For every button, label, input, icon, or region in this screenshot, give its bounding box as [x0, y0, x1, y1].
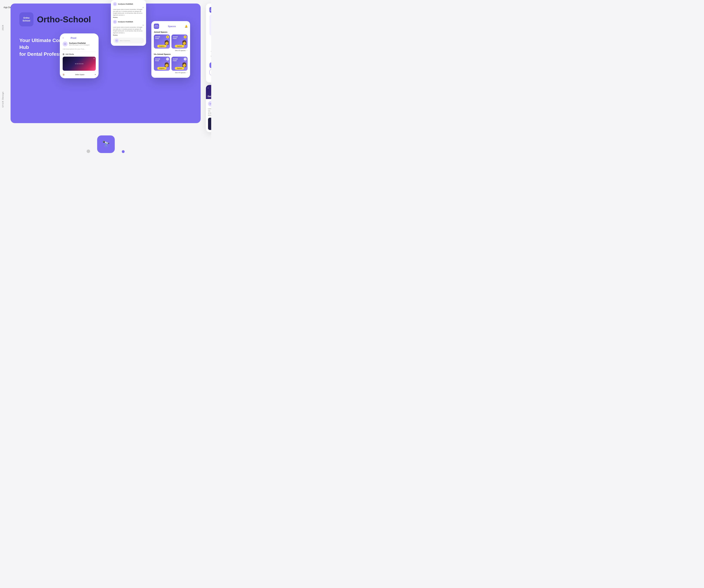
- post-user-title: Web Developer | UX UI Designer: [69, 44, 90, 46]
- post-preview-avatar: SK: [208, 101, 211, 107]
- phone-spaces: OrthoSchool Spaces 🔔 Joined Spaces Denta…: [152, 21, 190, 78]
- phone-comments: SK Soufyane Khalfallah ♡ 24 Lorem ipsum …: [111, 0, 146, 46]
- replay-label-2: Replay: [113, 34, 144, 36]
- explore-btn-2[interactable]: Explore: [175, 45, 184, 48]
- comment-avatar-2: SK: [113, 20, 117, 24]
- post-preview-header: ‹ 🔔 Dental Field Following ♥: [206, 85, 211, 99]
- space-card-heart-outline-1[interactable]: ♡: [166, 58, 169, 61]
- space-card-unjoined-2[interactable]: DentalField ♡ 👩 Explore: [171, 57, 188, 71]
- see-all-joined[interactable]: See All Spaces →: [154, 50, 188, 51]
- year-label: 2024: [2, 24, 4, 30]
- dental-person-2: 👩: [182, 40, 187, 45]
- spaces-logo-text: OrthoSchool: [154, 25, 158, 27]
- space-card-heart-filled-2[interactable]: ♥: [184, 36, 186, 38]
- chevron-down-icon: ▾: [95, 74, 96, 75]
- comment-text-2: Lorem ipsum dolor sit amet consectetur. …: [113, 26, 144, 34]
- post-preview-panel: ‹ 🔔 Dental Field Following ♥ SK Sou: [206, 85, 211, 132]
- select-space-icon: 🏠: [63, 74, 65, 75]
- bottom-section: 🔭: [0, 130, 211, 158]
- explore-btn-4[interactable]: Explore: [175, 67, 184, 70]
- phone-top-bar: ‹ Post: [63, 36, 96, 40]
- comment-avatar-1: SK: [113, 2, 117, 6]
- heart-count-1: 24: [113, 7, 144, 8]
- joined-space-cards: DentalField ♥ 👩 Explore DentalField ♥ 👩 …: [154, 35, 188, 49]
- signup-button[interactable]: Sign-up: [210, 62, 211, 68]
- comment-user-row: SK Soufyane Khalfallah ♡: [113, 2, 144, 6]
- spaces-logo: OrthoSchool: [154, 23, 159, 29]
- post-description-placeholder[interactable]: Add Descriptions for your Post...: [63, 48, 96, 50]
- dental-person-3: 👩: [164, 62, 169, 67]
- post-preview-body: SK Soufyane Khalfallah Web Developer | U…: [206, 99, 211, 132]
- space-card-label-4: DentalField: [173, 58, 178, 62]
- prev-arrow-icon[interactable]: ‹: [208, 86, 209, 89]
- logo-icon-text: OrthoSchool: [22, 16, 30, 22]
- spaces-screen-title: Spaces: [168, 25, 176, 27]
- welcome-panel: OrthoSchool: [206, 3, 211, 82]
- close-media-button[interactable]: ×: [94, 57, 95, 60]
- select-space-row[interactable]: 🏠 Select Space ▾: [63, 72, 96, 75]
- hero-section: OrthoSchool Ortho-School Your Ultimate C…: [11, 3, 200, 123]
- comment-user-name-1: Soufyane Khalfallah: [118, 3, 133, 5]
- comment-user-row-2: SK Soufyane Khalfallah ♡: [113, 20, 144, 24]
- add-comment-bar[interactable]: SK Add a Comment...: [113, 38, 144, 44]
- post-screen-title: Post: [71, 37, 76, 40]
- dental-person-4: 👩: [182, 62, 187, 67]
- post-preview-user-row: SK Soufyane Khalfallah Web Developer | U…: [208, 101, 211, 107]
- comment-item: SK Soufyane Khalfallah ♡ 24 Lorem ipsum …: [113, 2, 144, 18]
- add-media-row[interactable]: 🖼 Add Media: [63, 52, 96, 55]
- post-body-text: Lorem ipsum dolor sit amet consectetur. …: [208, 108, 211, 116]
- space-card-heart-outline-2[interactable]: ♡: [184, 58, 186, 61]
- app-icon-large[interactable]: 🔭: [97, 135, 115, 153]
- unjoined-spaces-label: Un-Joined Spaces: [154, 53, 188, 55]
- welcome-title: Welcome to Ortho-School: Connect with Yo…: [210, 38, 211, 47]
- explore-btn-3[interactable]: Explore: [157, 67, 167, 70]
- space-card-unjoined-1[interactable]: DentalField ♡ 👩 Explore: [154, 57, 170, 71]
- add-media-label: Add Media: [65, 53, 74, 55]
- post-user-avatar: SK: [63, 42, 68, 47]
- post-user-info: Soufyane Khalfallah Web Developer | UX U…: [69, 42, 90, 46]
- welcome-panel-header: OrthoSchool: [210, 7, 211, 13]
- field-label: Dental Field: [208, 95, 211, 97]
- media-image-preview: ×: [63, 57, 96, 71]
- post-image-thumbnail: [208, 118, 211, 130]
- back-arrow[interactable]: ‹: [63, 36, 64, 40]
- comment-item-2: SK Soufyane Khalfallah ♡ 24 Lorem ipsum …: [113, 20, 144, 36]
- unjoined-space-cards: DentalField ♡ 👩 Explore DentalField ♡ 👩 …: [154, 57, 188, 71]
- binoculars-icon: 🔭: [102, 140, 110, 148]
- signin-button[interactable]: Sign-in: [210, 69, 211, 75]
- dot-1: [86, 149, 90, 153]
- comment-heart-2: ♡: [143, 21, 144, 23]
- welcome-illustration: [210, 14, 211, 36]
- page-wrapper: App Design 2024 UI\UX Design OrthoSchool…: [0, 3, 211, 158]
- comment-text-1: Lorem ipsum dolor sit amet consectetur. …: [113, 9, 144, 16]
- phone-post: ‹ Post SK Soufyane Khalfallah Web Develo…: [60, 34, 99, 78]
- ui-ux-label: UI\UX Design: [2, 91, 4, 108]
- welcome-description: Join Ortho-School to connect with dentis…: [210, 48, 211, 60]
- post-user-name: Soufyane Khalfallah: [69, 42, 90, 44]
- space-card-heart-filled-1[interactable]: ♥: [166, 36, 169, 38]
- see-all-unjoined[interactable]: See All Spaces →: [154, 72, 188, 73]
- select-space-label: Select Space: [75, 74, 84, 75]
- dental-person-1: 👩: [164, 40, 169, 45]
- guest-link[interactable]: Visit as a Guest: [210, 77, 211, 79]
- welcome-logo-text: OrthoSchool: [210, 8, 211, 11]
- dot-accent: [122, 150, 125, 153]
- post-user-row: SK Soufyane Khalfallah Web Developer | U…: [63, 42, 96, 47]
- app-name: Ortho-School: [37, 15, 91, 24]
- app-logo: OrthoSchool: [19, 12, 34, 26]
- add-comment-placeholder: Add a Comment...: [120, 40, 131, 42]
- right-panels: OrthoSchool: [206, 3, 211, 132]
- comment-user-name-2: Soufyane Khalfallah: [118, 21, 133, 23]
- spaces-header: OrthoSchool Spaces 🔔: [154, 23, 188, 29]
- comment-heart-1: ♡: [143, 3, 144, 5]
- heart-count-2: 24: [113, 24, 144, 26]
- bell-icon: 🔔: [185, 25, 188, 27]
- space-card-label-2: DentalField: [173, 36, 178, 40]
- replay-label-1: Replay: [113, 16, 144, 18]
- comment-input-avatar: SK: [115, 39, 119, 43]
- space-card-joined-2[interactable]: DentalField ♥ 👩 Explore: [171, 35, 188, 49]
- space-card-label-1: DentalField: [155, 36, 160, 40]
- explore-btn-1[interactable]: Explore: [157, 45, 167, 48]
- space-card-label-3: DentalField: [155, 58, 160, 62]
- space-card-joined-1[interactable]: DentalField ♥ 👩 Explore: [154, 35, 170, 49]
